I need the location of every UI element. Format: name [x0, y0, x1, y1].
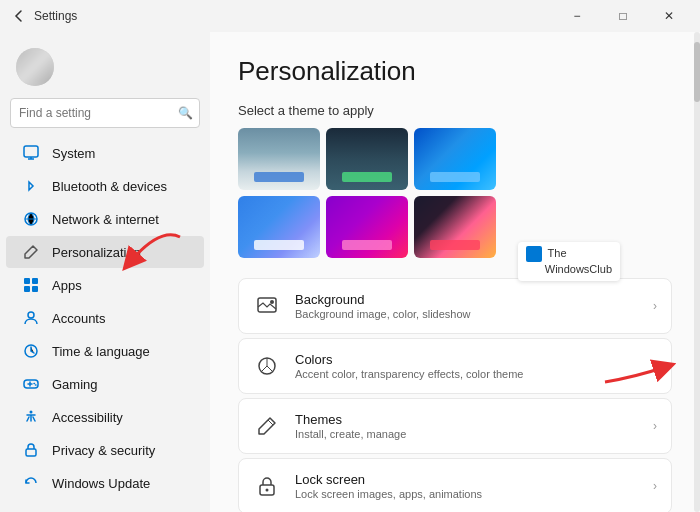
background-icon	[253, 292, 281, 320]
svg-point-12	[270, 300, 274, 304]
sidebar-label-gaming: Gaming	[52, 377, 98, 392]
main-content: Personalization Select a theme to apply …	[210, 32, 700, 512]
sidebar-label-update: Windows Update	[52, 476, 150, 491]
sidebar-item-time[interactable]: Time & language	[6, 335, 204, 367]
watermark: The WindowsClub	[518, 242, 620, 281]
sidebar-profile	[0, 40, 210, 98]
settings-item-themes[interactable]: Themes Install, create, manage ›	[238, 398, 672, 454]
sidebar-label-apps: Apps	[52, 278, 82, 293]
settings-title-themes: Themes	[295, 412, 639, 427]
settings-text-colors: Colors Accent color, transparency effect…	[295, 352, 639, 380]
search-input[interactable]	[10, 98, 200, 128]
sidebar-label-time: Time & language	[52, 344, 150, 359]
chevron-icon-themes: ›	[653, 419, 657, 433]
sidebar-item-system[interactable]: System	[6, 137, 204, 169]
watermark-line1: The	[548, 247, 567, 259]
scrollbar-thumb[interactable]	[694, 42, 700, 102]
settings-sub-background: Background image, color, slideshow	[295, 308, 639, 320]
system-icon	[22, 144, 40, 162]
nav-items-container: System Bluetooth & devices Network & int…	[0, 136, 210, 500]
theme-5[interactable]	[326, 196, 408, 258]
sidebar-item-bluetooth[interactable]: Bluetooth & devices	[6, 170, 204, 202]
sidebar-item-privacy[interactable]: Privacy & security	[6, 434, 204, 466]
minimize-button[interactable]: −	[554, 0, 600, 32]
settings-title-colors: Colors	[295, 352, 639, 367]
accessibility-icon	[22, 408, 40, 426]
title-bar-controls: − □ ✕	[554, 0, 692, 32]
sidebar-label-system: System	[52, 146, 95, 161]
back-icon[interactable]	[12, 9, 26, 23]
sidebar-item-personalization[interactable]: Personalization	[6, 236, 204, 268]
settings-item-lockscreen[interactable]: Lock screen Lock screen images, apps, an…	[238, 458, 672, 512]
svg-rect-0	[24, 146, 38, 157]
maximize-button[interactable]: □	[600, 0, 646, 32]
close-button[interactable]: ✕	[646, 0, 692, 32]
sidebar-label-network: Network & internet	[52, 212, 159, 227]
svg-point-15	[266, 489, 269, 492]
chevron-icon-colors: ›	[653, 359, 657, 373]
sidebar-item-apps[interactable]: Apps	[6, 269, 204, 301]
theme-4[interactable]	[238, 196, 320, 258]
watermark-line2: WindowsClub	[545, 263, 612, 275]
theme-label: Select a theme to apply	[238, 103, 672, 118]
gaming-icon	[22, 375, 40, 393]
title-bar: Settings − □ ✕	[0, 0, 700, 32]
settings-item-background[interactable]: Background Background image, color, slid…	[238, 278, 672, 334]
update-icon	[22, 474, 40, 492]
apps-icon	[22, 276, 40, 294]
svg-rect-2	[24, 278, 30, 284]
search-box[interactable]: 🔍	[10, 98, 200, 128]
bluetooth-icon	[22, 177, 40, 195]
svg-rect-5	[32, 286, 38, 292]
settings-title-lockscreen: Lock screen	[295, 472, 639, 487]
theme-2[interactable]	[326, 128, 408, 190]
app-container: 🔍 System Bluetooth & devices Network & i…	[0, 32, 700, 512]
sidebar-item-update[interactable]: Windows Update	[6, 467, 204, 499]
theme-6[interactable]	[414, 196, 496, 258]
title-bar-left: Settings	[12, 9, 77, 23]
privacy-icon	[22, 441, 40, 459]
theme-1[interactable]	[238, 128, 320, 190]
page-title: Personalization	[238, 56, 672, 87]
chevron-icon-background: ›	[653, 299, 657, 313]
scrollbar-track[interactable]	[694, 32, 700, 512]
settings-text-themes: Themes Install, create, manage	[295, 412, 639, 440]
settings-sub-themes: Install, create, manage	[295, 428, 639, 440]
colors-icon	[253, 352, 281, 380]
settings-sub-colors: Accent color, transparency effects, colo…	[295, 368, 639, 380]
watermark-logo	[526, 246, 542, 262]
time-icon	[22, 342, 40, 360]
settings-text-lockscreen: Lock screen Lock screen images, apps, an…	[295, 472, 639, 500]
avatar	[16, 48, 54, 86]
settings-sub-lockscreen: Lock screen images, apps, animations	[295, 488, 639, 500]
sidebar-label-privacy: Privacy & security	[52, 443, 155, 458]
svg-rect-10	[26, 449, 36, 456]
theme-grid	[238, 128, 672, 258]
accounts-icon	[22, 309, 40, 327]
app-title: Settings	[34, 9, 77, 23]
personalization-icon	[22, 243, 40, 261]
sidebar-item-accounts[interactable]: Accounts	[6, 302, 204, 334]
settings-list: Background Background image, color, slid…	[238, 278, 672, 512]
sidebar-label-bluetooth: Bluetooth & devices	[52, 179, 167, 194]
settings-item-colors[interactable]: Colors Accent color, transparency effect…	[238, 338, 672, 394]
lockscreen-icon	[253, 472, 281, 500]
svg-rect-3	[32, 278, 38, 284]
sidebar-label-accessibility: Accessibility	[52, 410, 123, 425]
sidebar-label-personalization: Personalization	[52, 245, 141, 260]
sidebar-item-network[interactable]: Network & internet	[6, 203, 204, 235]
settings-title-background: Background	[295, 292, 639, 307]
settings-text-background: Background Background image, color, slid…	[295, 292, 639, 320]
sidebar: 🔍 System Bluetooth & devices Network & i…	[0, 32, 210, 512]
network-icon	[22, 210, 40, 228]
svg-point-6	[28, 312, 34, 318]
chevron-icon-lockscreen: ›	[653, 479, 657, 493]
svg-point-9	[30, 411, 33, 414]
sidebar-item-gaming[interactable]: Gaming	[6, 368, 204, 400]
svg-rect-4	[24, 286, 30, 292]
sidebar-item-accessibility[interactable]: Accessibility	[6, 401, 204, 433]
theme-3[interactable]	[414, 128, 496, 190]
search-icon: 🔍	[178, 106, 193, 120]
sidebar-label-accounts: Accounts	[52, 311, 105, 326]
themes-icon	[253, 412, 281, 440]
